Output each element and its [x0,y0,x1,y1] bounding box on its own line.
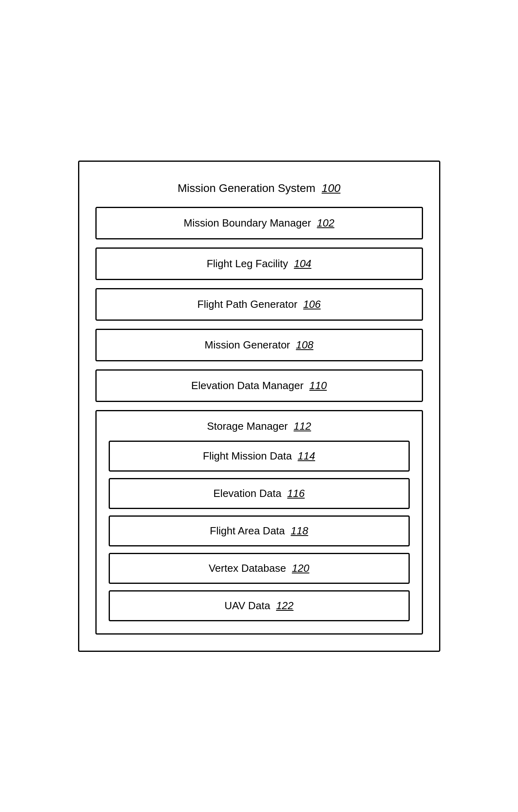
elevation-data-box: Elevation Data 116 [109,478,410,509]
vertex-database-box: Vertex Database 120 [109,553,410,584]
flight-leg-facility-box: Flight Leg Facility 104 [95,247,423,280]
component-number-0: 102 [317,217,334,229]
uav-data-box: UAV Data 122 [109,590,410,621]
storage-item-number-2: 118 [291,525,308,537]
storage-item-number-4: 122 [276,600,293,612]
storage-manager-box: Storage Manager 112 Flight Mission Data … [95,410,423,635]
storage-item-label-3: Vertex Database [208,562,286,574]
component-label-2: Flight Path Generator [197,298,297,310]
component-label-0: Mission Boundary Manager [184,217,311,229]
flight-mission-data-box: Flight Mission Data 114 [109,441,410,472]
component-number-2: 106 [303,298,320,310]
component-label-4: Elevation Data Manager [191,379,303,392]
storage-item-label-1: Elevation Data [213,487,281,499]
system-title: Mission Generation System 100 [95,174,423,207]
flight-path-generator-box: Flight Path Generator 106 [95,288,423,321]
storage-title-number: 112 [293,420,311,432]
component-number-4: 110 [310,379,327,392]
storage-item-number-0: 114 [298,450,315,462]
mission-generator-box: Mission Generator 108 [95,329,423,361]
storage-item-number-3: 120 [292,562,309,574]
storage-item-label-4: UAV Data [225,600,270,612]
storage-item-label-2: Flight Area Data [210,525,285,537]
outer-system-box: Mission Generation System 100 Mission Bo… [78,161,440,652]
storage-item-number-1: 116 [287,487,305,499]
component-number-1: 104 [294,258,311,270]
elevation-data-manager-box: Elevation Data Manager 110 [95,369,423,402]
storage-item-label-0: Flight Mission Data [203,450,292,462]
system-title-number: 100 [322,182,341,194]
component-number-3: 108 [296,339,313,351]
storage-title-text: Storage Manager [207,420,288,432]
storage-manager-title: Storage Manager 112 [109,420,410,433]
component-label-3: Mission Generator [204,339,290,351]
mission-boundary-manager-box: Mission Boundary Manager 102 [95,207,423,239]
component-label-1: Flight Leg Facility [206,258,288,270]
system-title-text: Mission Generation System [177,182,315,194]
page-container: Mission Generation System 100 Mission Bo… [0,0,518,812]
flight-area-data-box: Flight Area Data 118 [109,515,410,546]
